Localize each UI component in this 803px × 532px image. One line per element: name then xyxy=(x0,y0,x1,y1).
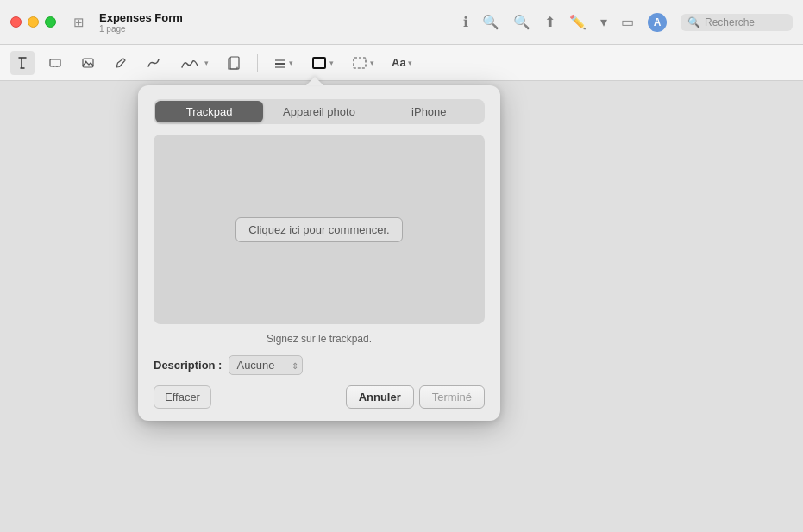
doc-title: Expenses Form xyxy=(99,11,183,24)
fill-chevron-icon: ▾ xyxy=(370,59,374,67)
search-icon: 🔍 xyxy=(687,16,700,28)
share-icon[interactable]: ⬆ xyxy=(544,14,555,30)
svg-rect-0 xyxy=(50,59,60,66)
description-select[interactable]: Aucune Signature Initiales xyxy=(229,355,303,375)
description-select-wrapper[interactable]: Aucune Signature Initiales xyxy=(229,355,303,375)
termine-button[interactable]: Terminé xyxy=(419,385,485,409)
border-dropdown[interactable]: ▾ xyxy=(306,53,338,72)
traffic-lights xyxy=(10,16,56,28)
maximize-button[interactable] xyxy=(45,16,56,28)
panel-tabs: Trackpad Appareil photo iPhone xyxy=(154,99,485,124)
sign-instruction: Signez sur le trackpad. xyxy=(154,333,485,345)
image-tool[interactable] xyxy=(76,51,100,75)
description-row: Description : Aucune Signature Initiales xyxy=(154,355,485,375)
pen-dropdown-icon[interactable]: ▾ xyxy=(600,14,607,30)
annotation-tool[interactable] xyxy=(109,51,133,75)
border-chevron-icon: ▾ xyxy=(329,59,334,67)
signature-chevron-icon: ▾ xyxy=(204,59,209,67)
sidebar-toggle[interactable]: ⊞ xyxy=(66,10,91,34)
profile-icon[interactable]: A xyxy=(648,13,667,32)
pen-icon[interactable]: ✏️ xyxy=(569,14,587,30)
text-box-tool[interactable] xyxy=(43,51,67,75)
main-content: Trackpad Appareil photo iPhone Cliquez i… xyxy=(0,81,803,532)
click-prompt[interactable]: Cliquez ici pour commencer. xyxy=(235,217,402,242)
doc-pages: 1 page xyxy=(99,24,183,34)
info-icon[interactable]: ℹ xyxy=(463,14,468,30)
close-button[interactable] xyxy=(10,16,22,28)
effacer-button[interactable]: Effacer xyxy=(154,385,211,409)
svg-rect-7 xyxy=(313,58,325,68)
toolbar: ▾ ▾ ▾ ▾ Aa ▾ xyxy=(0,45,803,81)
separator-1 xyxy=(257,54,258,72)
zoom-in-icon[interactable]: 🔍 xyxy=(513,14,530,30)
lines-chevron-icon: ▾ xyxy=(289,59,293,67)
minimize-button[interactable] xyxy=(28,16,39,28)
description-label: Description : xyxy=(154,359,222,372)
fill-dropdown[interactable]: ▾ xyxy=(347,53,379,72)
signature-area[interactable]: Cliquez ici pour commencer. xyxy=(154,135,485,324)
fontsize-chevron-icon: ▾ xyxy=(408,59,412,67)
draw-tool[interactable] xyxy=(141,51,166,75)
search-placeholder: Recherche xyxy=(705,16,755,28)
title-bar-icons: ℹ 🔍 🔍 ⬆ ✏️ ▾ ▭ A 🔍 Recherche xyxy=(463,13,793,32)
tab-appareil-photo[interactable]: Appareil photo xyxy=(265,101,373,122)
title-bar: ⊞ Expenses Form 1 page ℹ 🔍 🔍 ⬆ ✏️ ▾ ▭ A … xyxy=(0,0,803,45)
window-icon[interactable]: ▭ xyxy=(621,14,634,30)
search-box[interactable]: 🔍 Recherche xyxy=(681,14,793,31)
fontsize-dropdown[interactable]: Aa ▾ xyxy=(387,54,417,71)
svg-rect-1 xyxy=(83,59,93,67)
tab-iphone[interactable]: iPhone xyxy=(375,101,483,122)
annuler-button[interactable]: Annuler xyxy=(346,385,414,409)
lines-dropdown[interactable]: ▾ xyxy=(269,54,298,72)
tab-trackpad[interactable]: Trackpad xyxy=(155,101,263,122)
panel-buttons: Effacer Annuler Terminé xyxy=(154,385,485,409)
signature-dropdown[interactable]: ▾ xyxy=(174,53,213,72)
title-section: Expenses Form 1 page xyxy=(99,11,183,34)
page-tool[interactable] xyxy=(222,51,246,75)
popup-panel: Trackpad Appareil photo iPhone Cliquez i… xyxy=(138,85,500,421)
svg-rect-8 xyxy=(354,58,366,68)
zoom-out-icon[interactable]: 🔍 xyxy=(482,14,499,30)
text-cursor-tool[interactable] xyxy=(10,51,35,75)
